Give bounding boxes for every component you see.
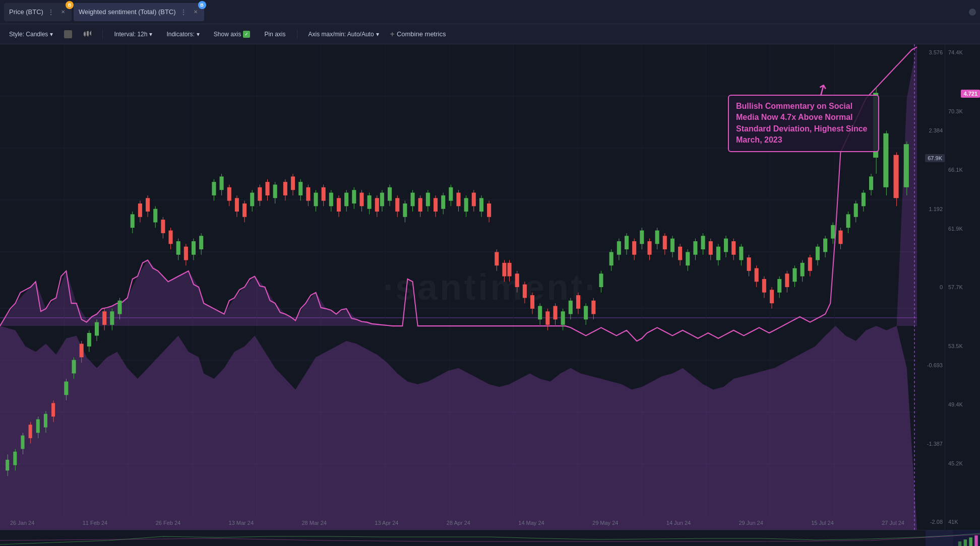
tab-bar: B Price (BTC) ⋮ ✕ B Weighted sentiment (… <box>0 0 980 24</box>
svg-rect-194 <box>553 306 557 319</box>
interval-label: Interval: 12h <box>114 31 147 38</box>
svg-rect-42 <box>29 425 32 438</box>
svg-rect-184 <box>472 193 476 207</box>
svg-rect-154 <box>322 187 326 201</box>
svg-rect-54 <box>95 322 99 336</box>
candles-icon <box>83 31 91 38</box>
svg-rect-186 <box>479 198 483 212</box>
svg-rect-256 <box>831 225 835 239</box>
svg-rect-40 <box>21 436 24 449</box>
window-control[interactable] <box>969 9 976 16</box>
tab-price-btc[interactable]: B Price (BTC) ⋮ ✕ <box>4 3 72 21</box>
pin-axis-toggle[interactable]: Pin axis <box>261 29 288 40</box>
s-label-4: -0.693 <box>919 362 943 368</box>
svg-rect-74 <box>220 176 224 190</box>
color-swatch[interactable] <box>64 30 72 38</box>
svg-rect-202 <box>584 306 588 319</box>
svg-rect-252 <box>816 247 820 260</box>
svg-rect-264 <box>862 193 866 207</box>
svg-rect-48 <box>72 360 76 374</box>
interval-selector[interactable]: Interval: 12h ▾ <box>111 29 155 40</box>
svg-rect-240 <box>770 290 774 303</box>
svg-rect-162 <box>352 190 356 203</box>
svg-rect-36 <box>6 460 9 470</box>
svg-rect-120 <box>625 236 629 249</box>
svg-rect-230 <box>731 241 736 255</box>
svg-rect-260 <box>846 214 850 228</box>
svg-rect-238 <box>762 279 766 293</box>
svg-rect-234 <box>747 257 751 271</box>
y-label-1: 70.3K <box>948 108 977 114</box>
svg-rect-220 <box>693 241 697 255</box>
show-axis-checkbox[interactable]: ✓ <box>243 31 250 38</box>
y-label-8: 41K <box>948 519 977 525</box>
svg-rect-269 <box>0 530 953 547</box>
svg-rect-124 <box>640 231 644 244</box>
svg-rect-212 <box>663 236 667 249</box>
s-label-1: 2.384 <box>919 127 943 133</box>
svg-rect-198 <box>569 301 573 314</box>
svg-rect-62 <box>146 198 150 212</box>
y-label-5: 53.5K <box>948 343 977 349</box>
tab-badge-sentiment: B <box>198 1 206 9</box>
tab-menu-price[interactable]: ⋮ <box>46 8 55 16</box>
pin-axis-label: Pin axis <box>264 31 285 38</box>
price-level-value: 67.9K <box>928 155 942 161</box>
x-label-10: 29 Jun 24 <box>739 520 763 526</box>
combine-metrics-button[interactable]: + Combine metrics <box>390 30 446 39</box>
svg-rect-130 <box>894 155 899 198</box>
style-chevron: ▾ <box>50 31 53 38</box>
show-axis-label: Show axis <box>214 31 241 38</box>
price-level-label: 67.9K <box>925 154 945 162</box>
x-label-1: 11 Feb 24 <box>83 520 108 526</box>
svg-rect-180 <box>456 193 460 207</box>
style-selector[interactable]: Style: Candles ▾ <box>6 29 56 40</box>
show-axis-toggle[interactable]: Show axis ✓ <box>211 29 254 40</box>
svg-rect-138 <box>110 311 114 325</box>
svg-rect-52 <box>87 333 91 347</box>
svg-rect-76 <box>227 187 231 201</box>
svg-rect-68 <box>168 231 172 244</box>
y-label-0: 74.4K <box>948 49 977 55</box>
svg-rect-192 <box>502 263 506 277</box>
tab-weighted-sentiment[interactable]: B Weighted sentiment (Total) (BTC) ⋮ ✕ <box>74 3 204 21</box>
minimap-svg <box>0 530 980 547</box>
svg-rect-200 <box>576 295 580 309</box>
separator-1 <box>102 29 103 39</box>
combine-plus-icon: + <box>390 30 395 39</box>
tab-close-sentiment[interactable]: ✕ <box>192 9 199 16</box>
svg-rect-150 <box>265 182 269 195</box>
svg-rect-86 <box>291 176 295 190</box>
svg-rect-142 <box>184 247 188 260</box>
svg-rect-216 <box>678 247 682 260</box>
axis-chevron: ▾ <box>376 31 379 38</box>
svg-rect-106 <box>515 274 519 287</box>
svg-rect-158 <box>337 198 341 212</box>
x-label-3: 13 Mar 24 <box>229 520 254 526</box>
svg-rect-7 <box>91 31 91 32</box>
svg-rect-132 <box>904 144 909 187</box>
tab-close-price[interactable]: ✕ <box>59 9 67 16</box>
svg-rect-6 <box>90 32 91 35</box>
indicators-selector[interactable]: Indicators: ▾ <box>163 29 202 40</box>
svg-rect-78 <box>235 198 239 212</box>
svg-rect-273 <box>969 537 972 547</box>
svg-rect-92 <box>314 193 318 207</box>
svg-rect-8 <box>91 35 91 36</box>
axis-minmax-selector[interactable]: Axis max/min: Auto/Auto ▾ <box>305 29 382 40</box>
minimap[interactable] <box>0 530 980 546</box>
svg-rect-214 <box>670 239 675 252</box>
svg-rect-128 <box>883 133 888 187</box>
svg-rect-3 <box>87 31 89 36</box>
y-label-2: 66.1K <box>948 167 977 173</box>
tab-menu-sentiment[interactable]: ⋮ <box>179 8 188 16</box>
x-label-12: 27 Jul 24 <box>882 520 904 526</box>
svg-rect-46 <box>64 381 68 395</box>
chart-toolbar: Style: Candles ▾ Interval: 12h ▾ Indicat… <box>0 24 980 44</box>
svg-rect-122 <box>632 241 636 255</box>
svg-rect-246 <box>792 268 797 282</box>
chart-type-icon[interactable] <box>80 29 94 40</box>
indicators-chevron: ▾ <box>197 31 200 38</box>
svg-rect-244 <box>785 274 789 287</box>
y-axis-price: 74.4K 70.3K 66.1K 61.9K 57.7K 53.5K 49.4… <box>945 44 980 530</box>
